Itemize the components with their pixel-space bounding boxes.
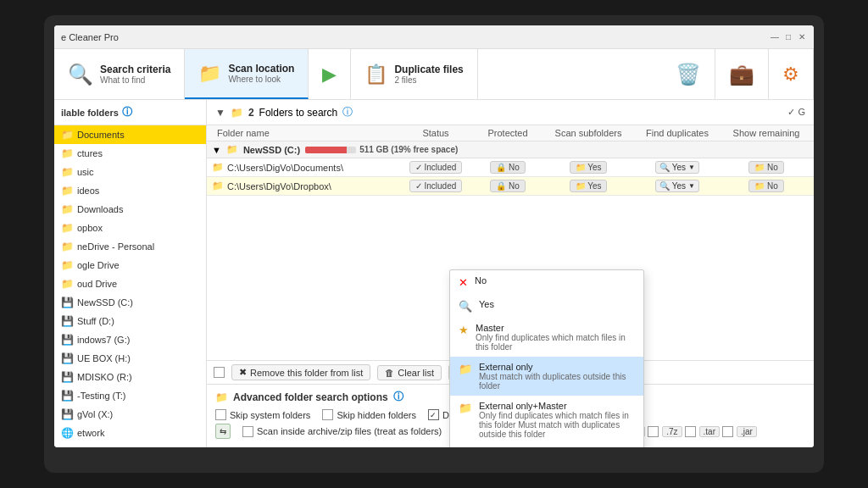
- ext-7z-checkbox[interactable]: [648, 426, 659, 437]
- sidebar-item-mdisko[interactable]: 💾 MDISKO (R:): [54, 368, 206, 386]
- play-button[interactable]: ▶: [309, 49, 351, 99]
- skip-hidden-label: Skip hidden folders: [337, 410, 416, 420]
- dropdown-item-external-master[interactable]: 📁 External only+Master Only find duplica…: [450, 396, 643, 444]
- folder-protected-2: 🔒 No: [470, 180, 546, 192]
- drive-collapse-icon[interactable]: ▼: [212, 145, 221, 155]
- col-show-rem: Show remaining: [724, 128, 809, 138]
- dropdown-item-yes[interactable]: 🔍 Yes: [450, 294, 643, 318]
- advanced-info-icon[interactable]: ⓘ: [393, 390, 403, 404]
- sidebar-item-newssd[interactable]: 💾 NewSSD (C:): [54, 293, 206, 312]
- sidebar-item-uebox[interactable]: 💾 UE BOX (H:): [54, 349, 206, 368]
- sidebar-item-network[interactable]: 🌐 etwork: [54, 424, 206, 442]
- dropdown-item-external-only[interactable]: 📁 External only Must match with duplicat…: [450, 357, 643, 396]
- ext-tar-checkbox[interactable]: [685, 426, 696, 437]
- sidebar-item-windows7[interactable]: 💾 indows7 (G:): [54, 330, 206, 349]
- scan-location-button[interactable]: 📁 Scan location Where to look: [185, 49, 309, 99]
- drive-icon: 💾: [61, 408, 74, 420]
- search-criteria-button[interactable]: 🔍 Search criteria What to find: [54, 49, 185, 99]
- sidebar-info-icon[interactable]: ⓘ: [122, 105, 132, 119]
- folders-info-icon[interactable]: ⓘ: [342, 105, 353, 119]
- find-dup-dropdown[interactable]: 🔍 Yes ▼: [655, 161, 699, 174]
- sidebar-item-label: -Testing (T:): [77, 391, 125, 401]
- expand-icon[interactable]: ▼: [215, 107, 225, 119]
- folder-icon: 📁: [61, 147, 74, 159]
- remove-checkbox[interactable]: [214, 367, 225, 378]
- column-headers: Folder name Status Protected Scan subfol…: [207, 125, 814, 141]
- sidebar: ilable folders ⓘ 📁 Documents 📁 ctures 📁 …: [54, 100, 207, 447]
- title-bar: e Cleaner Pro — □ ✕: [54, 25, 814, 49]
- dropdown-item-master[interactable]: ★ Master Only find duplicates which matc…: [450, 318, 643, 357]
- main-area: ilable folders ⓘ 📁 Documents 📁 ctures 📁 …: [54, 100, 814, 447]
- sidebar-item-label: neDrive - Personal: [77, 241, 154, 252]
- ext-jar-option: .jar: [722, 426, 757, 437]
- duplicate-files-label: Duplicate files: [394, 64, 463, 75]
- briefcase-button[interactable]: 💼: [715, 49, 769, 99]
- dropdown-item-no[interactable]: ✕ No: [450, 270, 643, 294]
- folder-icon: 📁: [61, 129, 74, 141]
- sidebar-item-music[interactable]: 📁 usic: [54, 163, 206, 181]
- sidebar-item-dropbox[interactable]: 📁 opbox: [54, 219, 206, 237]
- close-button[interactable]: ✕: [797, 32, 807, 42]
- ext-jar-checkbox[interactable]: [722, 426, 733, 437]
- sidebar-item-label: oud Drive: [77, 279, 117, 289]
- toolbar-spacer: [478, 49, 662, 99]
- folder-icon: 📁: [61, 203, 74, 215]
- sidebar-header: ilable folders ⓘ: [54, 100, 206, 125]
- folder-row-documents[interactable]: 📁 C:\Users\DigVo\Documents\ ✓ Included 🔒…: [207, 158, 814, 177]
- app-title: e Cleaner Pro: [61, 32, 119, 42]
- folder-find-dup-2[interactable]: 🔍 Yes ▼: [631, 180, 724, 192]
- folder-row-dropbox[interactable]: 📁 C:\Users\DigVo\Dropbox\ ✓ Included 🔒 N…: [207, 177, 814, 196]
- search-criteria-text: Search criteria What to find: [100, 64, 170, 85]
- skip-system-checkbox[interactable]: [215, 409, 226, 420]
- col-folder-name: Folder name: [212, 128, 402, 138]
- sidebar-item-documents[interactable]: 📁 Documents: [54, 125, 206, 144]
- folders-label: Folders to search: [259, 107, 338, 119]
- search-criteria-sub: What to find: [100, 75, 170, 85]
- search-criteria-label: Search criteria: [100, 64, 170, 75]
- remove-folder-button[interactable]: ✖ Remove this folder from list: [231, 364, 370, 380]
- title-bar-buttons: — □ ✕: [770, 32, 807, 42]
- dropdown-external-master-label: External only+Master: [479, 401, 635, 411]
- sidebar-item-downloads[interactable]: 📁 Downloads: [54, 200, 206, 219]
- sidebar-item-stuff[interactable]: 💾 Stuff (D:): [54, 312, 206, 330]
- sidebar-item-onedrive[interactable]: 📁 neDrive - Personal: [54, 237, 206, 256]
- drive-icon: 💾: [61, 390, 74, 402]
- sidebar-item-testing[interactable]: 💾 -Testing (T:): [54, 386, 206, 405]
- duplicate-files-button[interactable]: 📋 Duplicate files 2 files: [351, 49, 477, 99]
- scan-archive-checkbox[interactable]: [242, 426, 253, 437]
- folder-scan-sub-2: 📁 Yes: [546, 180, 631, 192]
- remove-label: Remove this folder from list: [250, 368, 363, 378]
- sidebar-item-videos[interactable]: 📁 ideos: [54, 181, 206, 200]
- status-badge: ✓ Included: [409, 161, 463, 174]
- sidebar-item-googledrive[interactable]: 📁 ogle Drive: [54, 256, 206, 274]
- settings-button[interactable]: ⚙: [769, 49, 814, 99]
- scan-location-icon: 📁: [198, 63, 221, 85]
- minimize-button[interactable]: —: [770, 32, 780, 42]
- folder-icon: 📁: [61, 222, 74, 234]
- show-rem-badge: 📁 No: [748, 161, 784, 174]
- sidebar-item-xvol[interactable]: 💾 gVol (X:): [54, 405, 206, 424]
- scan-archive-label: Scan inside archive/zip files (treat as …: [257, 426, 442, 436]
- sidebar-item-label: etwork: [77, 428, 104, 438]
- sidebar-item-pictures[interactable]: 📁 ctures: [54, 144, 206, 163]
- skip-hidden-checkbox[interactable]: [322, 409, 333, 420]
- folder-find-dup-1[interactable]: 🔍 Yes ▼: [631, 161, 724, 174]
- protected-badge: 🔒 No: [490, 161, 526, 174]
- drive-space: 511 GB (19% free space): [359, 145, 458, 154]
- sidebar-item-label: indows7 (G:): [77, 335, 130, 345]
- dropdown-external-master-sub: Only find duplicates which match files i…: [479, 411, 635, 439]
- duplicate-files-icon: 📋: [364, 64, 387, 86]
- col-find-dup: Find duplicates: [631, 128, 724, 138]
- find-dup-dropdown-active[interactable]: 🔍 Yes ▼: [655, 180, 699, 192]
- ext-jar: .jar: [737, 426, 757, 437]
- ntfs-checkbox[interactable]: [428, 409, 439, 420]
- col-protected: Protected: [470, 128, 546, 138]
- drive-icon: 📁: [226, 144, 238, 155]
- toolbar: 🔍 Search criteria What to find 📁 Scan lo…: [54, 49, 814, 100]
- yes-icon: 🔍: [459, 300, 472, 313]
- trash-button[interactable]: 🗑️: [662, 49, 715, 99]
- dropdown-item-internal[interactable]: 📁 Internal only Folder will only match w…: [450, 444, 643, 447]
- clear-list-button[interactable]: 🗑 Clear list: [377, 365, 442, 380]
- sidebar-item-clouddrive[interactable]: 📁 oud Drive: [54, 274, 206, 293]
- maximize-button[interactable]: □: [783, 32, 793, 42]
